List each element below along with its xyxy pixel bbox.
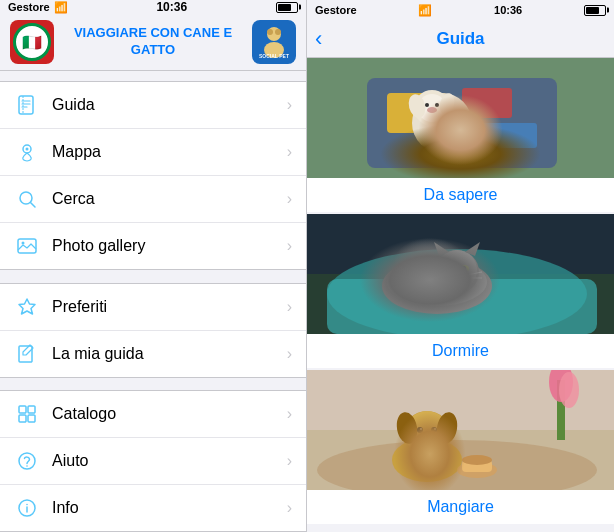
left-panel: Gestore 📶 10:36 🇮🇹 VIAGGIARE CON CANE E …	[0, 0, 307, 532]
svg-point-29	[418, 94, 446, 122]
app-header: 🇮🇹 VIAGGIARE CON CANE E GATTO SOCIAL PET	[0, 14, 306, 71]
svg-rect-6	[19, 96, 33, 114]
svg-point-21	[26, 504, 28, 506]
svg-point-45	[445, 265, 455, 273]
gallery-item-dormire[interactable]: Dormire	[307, 214, 614, 368]
svg-text:SOCIAL PET: SOCIAL PET	[259, 53, 289, 59]
chevron-right-icon: ›	[287, 96, 292, 114]
chevron-right-icon-2: ›	[287, 143, 292, 161]
chevron-right-icon-7: ›	[287, 405, 292, 423]
right-panel: Gestore 📶 10:36 ‹ Guida	[307, 0, 614, 532]
left-status-bar: Gestore 📶 10:36	[0, 0, 306, 14]
mangiare-label: Mangiare	[307, 490, 614, 524]
svg-rect-55	[307, 430, 614, 490]
carrier-label: Gestore	[8, 1, 50, 13]
menu-section-1: Guida › Mappa › Cerca ›	[0, 81, 306, 270]
svg-point-28	[414, 90, 450, 126]
battery-fill	[278, 4, 291, 11]
menu-item-aiuto[interactable]: Aiuto ›	[0, 438, 306, 485]
chevron-right-icon-8: ›	[287, 452, 292, 470]
cerca-label: Cerca	[52, 190, 287, 208]
svg-point-60	[392, 438, 462, 482]
back-button[interactable]: ‹	[315, 26, 322, 52]
section-gap-2	[0, 378, 306, 381]
svg-rect-17	[28, 415, 35, 422]
right-title: Guida	[436, 29, 484, 49]
gallery-item-da-sapere[interactable]: Da sapere	[307, 58, 614, 212]
svg-point-70	[415, 437, 439, 449]
svg-point-4	[275, 29, 281, 35]
mia-guida-label: La mia guida	[52, 345, 287, 363]
photo-icon	[14, 233, 40, 259]
catalog-icon	[14, 401, 40, 427]
right-status-time: 10:36	[494, 4, 522, 16]
svg-marker-12	[19, 299, 35, 314]
menu-item-photo-gallery[interactable]: Photo gallery ›	[0, 223, 306, 269]
dormire-label: Dormire	[307, 334, 614, 368]
menu-section-2: Preferiti › La mia guida ›	[0, 283, 306, 378]
menu-item-preferiti[interactable]: Preferiti ›	[0, 284, 306, 331]
gallery-thumb-da-sapere	[307, 58, 614, 178]
svg-point-39	[382, 258, 492, 314]
svg-point-31	[435, 103, 439, 107]
svg-rect-15	[28, 406, 35, 413]
svg-point-65	[417, 427, 423, 433]
menu-section-3: Catalogo › Aiuto › Info	[0, 390, 306, 532]
gallery-item-mangiare[interactable]: Mangiare	[307, 370, 614, 524]
svg-point-66	[431, 427, 437, 433]
app-title: VIAGGIARE CON CANE E GATTO	[54, 25, 252, 59]
menu-item-mappa[interactable]: Mappa ›	[0, 129, 306, 176]
svg-point-47	[448, 266, 452, 272]
svg-rect-22	[307, 58, 614, 178]
aiuto-label: Aiuto	[52, 452, 287, 470]
svg-rect-13	[19, 346, 32, 362]
photo-gallery-label: Photo gallery	[52, 237, 287, 255]
menu-item-guida[interactable]: Guida ›	[0, 82, 306, 129]
left-status-time: 10:36	[156, 0, 187, 14]
right-battery-icon	[584, 5, 606, 16]
content-scroll[interactable]: Da sapere	[307, 58, 614, 532]
app-logo-left: 🇮🇹	[10, 20, 54, 64]
svg-rect-26	[467, 123, 537, 148]
svg-rect-23	[367, 78, 557, 168]
info-label: Info	[52, 499, 287, 517]
gallery-thumb-mangiare	[307, 370, 614, 490]
svg-point-41	[435, 250, 479, 294]
wifi-icon: 📶	[54, 1, 68, 14]
menu-item-catalogo[interactable]: Catalogo ›	[0, 391, 306, 438]
svg-point-11	[22, 242, 25, 245]
battery-icon	[276, 2, 298, 13]
svg-point-46	[459, 265, 469, 273]
svg-point-73	[462, 455, 492, 465]
menu-item-cerca[interactable]: Cerca ›	[0, 176, 306, 223]
svg-point-62	[405, 411, 449, 455]
svg-point-61	[403, 411, 451, 459]
svg-point-40	[387, 258, 487, 306]
map-pin-icon	[14, 139, 40, 165]
svg-point-59	[559, 372, 579, 408]
svg-marker-43	[434, 242, 449, 256]
chevron-right-icon-6: ›	[287, 345, 292, 363]
svg-line-50	[462, 272, 482, 276]
chevron-right-icon-5: ›	[287, 298, 292, 316]
right-wifi-icon: 📶	[418, 4, 432, 17]
svg-point-56	[317, 440, 597, 490]
svg-point-63	[394, 411, 419, 446]
gallery-thumb-dormire	[307, 214, 614, 334]
menu-item-info[interactable]: Info ›	[0, 485, 306, 531]
menu-item-mia-guida[interactable]: La mia guida ›	[0, 331, 306, 377]
help-icon	[14, 448, 40, 474]
svg-marker-44	[465, 242, 480, 256]
svg-point-67	[420, 428, 422, 430]
catalogo-label: Catalogo	[52, 405, 287, 423]
section-gap-1	[0, 270, 306, 273]
svg-rect-14	[19, 406, 26, 413]
da-sapere-label: Da sapere	[307, 178, 614, 212]
svg-point-71	[457, 462, 497, 478]
svg-point-27	[412, 93, 472, 153]
svg-rect-36	[307, 274, 614, 334]
svg-point-34	[437, 92, 456, 117]
guida-label: Guida	[52, 96, 287, 114]
right-status-bar: Gestore 📶 10:36	[307, 0, 614, 20]
mappa-label: Mappa	[52, 143, 287, 161]
